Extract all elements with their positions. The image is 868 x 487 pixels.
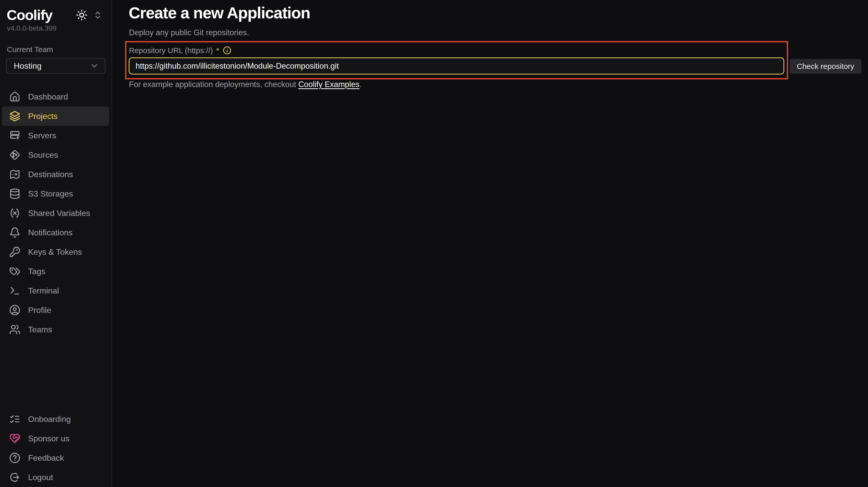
sidebar-item-label: Profile [28,305,51,315]
sidebar-item-s3-storages[interactable]: S3 Storages [2,184,109,203]
sidebar-item-label: Servers [28,131,56,140]
app-version: v4.0.0-beta.399 [0,23,112,32]
sidebar-item-label: Sponsor us [28,434,69,443]
list-checks-icon [9,414,21,425]
brand-row: Coolify [0,0,112,23]
theme-toggle-button[interactable] [76,9,88,21]
help-circle-icon [9,452,21,463]
sidebar-footer-nav: Onboarding Sponsor us Feedback Logout [2,410,109,487]
server-icon [9,130,21,141]
sidebar-item-sponsor-us[interactable]: Sponsor us [2,429,109,448]
sidebar-item-label: Tags [28,267,45,276]
sidebar-item-label: Shared Variables [28,208,90,218]
sidebar-item-label: Dashboard [28,92,68,102]
repository-url-label: Repository URL (https://) [129,46,213,55]
sidebar-nav: Dashboard Projects Servers Sources Desti… [2,87,109,339]
chevrons-up-down-icon [93,10,102,20]
git-source-icon [9,149,21,161]
database-icon [9,188,21,199]
sidebar-item-label: S3 Storages [28,189,73,199]
sidebar-item-projects[interactable]: Projects [2,106,109,126]
tags-icon [9,266,21,277]
sun-icon [76,9,88,21]
sidebar-item-shared-variables[interactable]: Shared Variables [2,203,109,223]
sidebar-item-label: Onboarding [28,415,71,424]
sidebar-item-dashboard[interactable]: Dashboard [2,87,109,106]
required-asterisk: * [216,46,219,55]
sidebar-item-label: Feedback [28,453,64,463]
sidebar-item-label: Logout [28,473,53,482]
team-select-value: Hosting [14,61,41,71]
app-logo: Coolify [7,7,52,23]
sidebar-item-label: Projects [28,111,58,121]
sidebar-item-logout[interactable]: Logout [2,467,109,487]
examples-hint: For example application deployments, che… [129,80,362,89]
home-icon [9,91,21,102]
key-icon [9,246,21,258]
sidebar-item-label: Sources [28,150,58,160]
layers-icon [9,110,21,122]
sidebar-item-teams[interactable]: Teams [2,320,109,339]
check-repository-button[interactable]: Check repository [789,59,861,74]
sidebar-item-feedback[interactable]: Feedback [2,448,109,467]
sidebar-item-label: Terminal [28,286,59,296]
coolify-examples-link[interactable]: Coolify Examples [298,80,359,89]
users-icon [9,324,21,335]
variable-icon [9,207,21,219]
page-subtitle: Deploy any public Git repositories. [129,28,249,37]
heart-handshake-icon [9,433,21,444]
bell-icon [9,227,21,238]
page-title: Create a new Application [129,4,310,22]
logout-icon [9,472,21,483]
repository-url-input[interactable] [129,58,784,74]
sidebar-item-label: Keys & Tokens [28,247,82,257]
sidebar-item-destinations[interactable]: Destinations [2,165,109,184]
chevron-down-icon [90,61,99,71]
sidebar-item-onboarding[interactable]: Onboarding [2,410,109,429]
map-icon [9,169,21,180]
sidebar-collapse-button[interactable] [93,10,102,20]
sidebar-item-notifications[interactable]: Notifications [2,223,109,242]
sidebar: Coolify v4.0.0-beta.399 Current Team Hos… [0,0,112,487]
terminal-icon [9,285,21,296]
user-circle-icon [9,304,21,316]
main-content: Create a new Application Deploy any publ… [113,0,868,487]
hint-text: For example application deployments, che… [129,80,298,89]
sidebar-item-sources[interactable]: Sources [2,145,109,165]
repository-url-label-row: Repository URL (https://) * [129,46,231,55]
sidebar-item-label: Teams [28,325,52,334]
sidebar-item-profile[interactable]: Profile [2,300,109,320]
sidebar-item-label: Destinations [28,170,73,179]
team-select[interactable]: Hosting [6,58,105,74]
sidebar-item-label: Notifications [28,228,72,237]
sidebar-item-terminal[interactable]: Terminal [2,281,109,300]
sidebar-item-keys-tokens[interactable]: Keys & Tokens [2,242,109,262]
info-icon[interactable] [223,46,231,55]
sidebar-item-servers[interactable]: Servers [2,126,109,145]
sidebar-item-tags[interactable]: Tags [2,262,109,281]
current-team-label: Current Team [0,32,112,54]
hint-period: . [360,80,362,89]
